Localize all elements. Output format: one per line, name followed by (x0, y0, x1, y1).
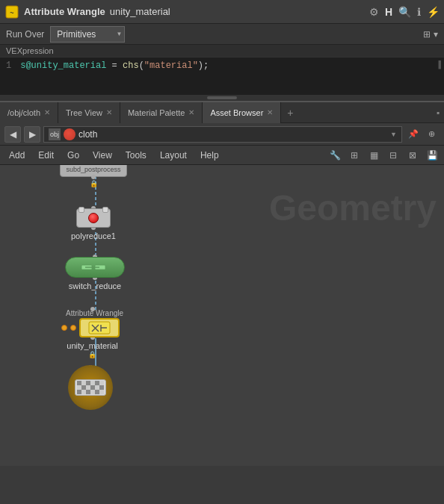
tab-close-tree-view[interactable]: ✕ (106, 108, 112, 116)
collapse-icons: ⊞ ▾ (423, 29, 438, 40)
menu-layout[interactable]: Layout (154, 146, 193, 164)
network-tool-2[interactable]: ⊕ (423, 126, 440, 143)
svg-rect-18 (90, 381, 95, 385)
run-over-select[interactable]: Primitives Detail Points Vertices (50, 26, 125, 43)
app-title: Attribute Wrangle (24, 6, 105, 17)
code-attr: s@unity_material (20, 60, 106, 71)
network-bar: ◀ ▶ obj cloth ▼ 📌 ⊕ (0, 123, 444, 146)
tab-material-palette[interactable]: Material Palette ✕ (120, 102, 203, 123)
menu-go-label: Go (67, 150, 79, 161)
code-scroll-handle[interactable]: ▐ (436, 60, 441, 69)
tab-end: ▪ (437, 108, 444, 118)
network-path[interactable]: obj cloth ▼ (43, 126, 402, 143)
path-scene-name: cloth (78, 129, 97, 140)
toolbar-buttons: 🔧 ⊞ ▦ ⊟ ⊠ 💾 (326, 147, 441, 164)
polyreduce-icon (88, 213, 99, 223)
flash-icon[interactable]: ⚡ (427, 6, 440, 18)
search-icon[interactable]: 🔍 (398, 6, 411, 18)
svg-rect-20 (99, 381, 104, 385)
attrwrangle-node[interactable]: Attribute Wrangle (61, 307, 123, 358)
tab-close-asset-browser[interactable]: ✕ (267, 108, 273, 116)
bottom-section: /obj/cloth ✕ Tree View ✕ Material Palett… (0, 102, 444, 466)
top-node-lock: 🔒 (90, 178, 98, 188)
expand-icon[interactable]: ⊞ (423, 29, 431, 40)
tab-add-button[interactable]: + (281, 107, 299, 119)
switch-node[interactable]: switch_reduce (65, 255, 125, 290)
svg-rect-21 (77, 385, 81, 390)
svg-rect-26 (99, 385, 104, 390)
table-icon[interactable]: ⊞ (345, 147, 363, 164)
menu-edit[interactable]: Edit (32, 146, 60, 164)
tab-close-material-palette[interactable]: ✕ (188, 108, 194, 116)
back-button[interactable]: ◀ (4, 126, 21, 143)
title-bar: ~ Attribute Wrangle unity_material ⚙ H 🔍… (0, 0, 444, 24)
svg-rect-27 (77, 390, 81, 394)
title-icons-group: ⚙ H 🔍 ℹ ⚡ (369, 6, 440, 18)
top-node[interactable]: subd_postprocess 🔒 (60, 165, 127, 179)
menu-layout-label: Layout (160, 150, 187, 161)
menu-tools[interactable]: Tools (120, 146, 152, 164)
gear-icon[interactable]: ⚙ (369, 6, 379, 18)
menu-tools-label: Tools (126, 150, 147, 161)
code-operator: = (106, 60, 123, 71)
scene-icon (64, 128, 75, 140)
svg-rect-16 (81, 381, 86, 385)
network-tools: 📌 ⊕ (405, 126, 440, 143)
attrwrangle-node-body[interactable] (79, 318, 120, 337)
attrwrangle-input-dot2 (70, 325, 76, 331)
info-icon[interactable]: ℹ (417, 6, 421, 18)
geometry-watermark: Geometry (269, 187, 437, 228)
forward-button[interactable]: ▶ (24, 126, 40, 143)
tab-close-obj-cloth[interactable]: ✕ (44, 108, 50, 116)
menu-help-label: Help (200, 150, 219, 161)
tab-asset-browser[interactable]: Asset Browser ✕ (203, 102, 281, 123)
menu-add[interactable]: Add (3, 146, 31, 164)
attrwrangle-lock-icon: 🔒 (88, 351, 96, 358)
path-icon: obj (49, 128, 61, 140)
menu-view-label: View (93, 150, 112, 161)
output-node-inner[interactable] (75, 379, 106, 396)
svg-rect-25 (95, 385, 99, 390)
maximize-icon[interactable]: ▪ (437, 108, 440, 118)
tab-obj-cloth[interactable]: /obj/cloth ✕ (0, 102, 58, 123)
polyreduce-node[interactable]: polyreduce1 (71, 206, 116, 240)
layout-icon[interactable]: ▦ (365, 147, 383, 164)
attribute-wrangle-panel: ~ Attribute Wrangle unity_material ⚙ H 🔍… (0, 0, 444, 102)
attrwrangle-type-label: Attribute Wrangle (66, 309, 123, 317)
h-icon[interactable]: H (385, 6, 392, 18)
output-ring[interactable] (68, 365, 113, 410)
grid-icon[interactable]: ⊟ (384, 147, 402, 164)
code-scrollbar-bottom[interactable] (0, 95, 444, 101)
collapse-icon[interactable]: ▾ (434, 29, 438, 40)
tab-label-obj-cloth: /obj/cloth (7, 108, 40, 117)
save-icon[interactable]: 💾 (423, 147, 441, 164)
menu-go[interactable]: Go (61, 146, 85, 164)
wrench-icon[interactable]: 🔧 (326, 147, 344, 164)
path-dropdown-arrow[interactable]: ▼ (390, 131, 397, 138)
svg-rect-17 (86, 381, 90, 385)
code-area[interactable]: 1 s@unity_material = chs ( "material" );… (0, 57, 444, 95)
pin-tool-button[interactable]: 📌 (405, 126, 422, 143)
list-icon[interactable]: ⊠ (404, 147, 422, 164)
menu-view[interactable]: View (87, 146, 118, 164)
code-string: "material" (144, 60, 198, 71)
menu-help[interactable]: Help (194, 146, 225, 164)
tab-tree-view[interactable]: Tree View ✕ (58, 102, 120, 123)
output-node[interactable]: output0 Output #0 (73, 365, 108, 388)
vexpression-label: VEXpression (0, 45, 444, 57)
svg-text:~: ~ (10, 9, 13, 16)
node-name: unity_material (110, 6, 365, 17)
polyreduce-node-body[interactable] (76, 208, 111, 228)
svg-rect-32 (99, 390, 104, 394)
run-over-bar: Run Over Primitives Detail Points Vertic… (0, 24, 444, 45)
menu-bar: Add Edit Go View Tools Layout Help 🔧 ⊞ ▦… (0, 146, 444, 165)
scroll-thumb (207, 96, 237, 99)
title-icon: ~ (4, 4, 19, 19)
run-over-select-wrap: Primitives Detail Points Vertices (50, 26, 125, 43)
code-paren2: ); (198, 60, 209, 71)
menu-add-label: Add (9, 150, 25, 161)
svg-rect-19 (95, 381, 99, 385)
network-canvas[interactable]: Geometry subd_postprocess 🔒 (0, 165, 444, 466)
switch-node-body[interactable] (65, 257, 125, 278)
svg-rect-23 (86, 385, 90, 390)
